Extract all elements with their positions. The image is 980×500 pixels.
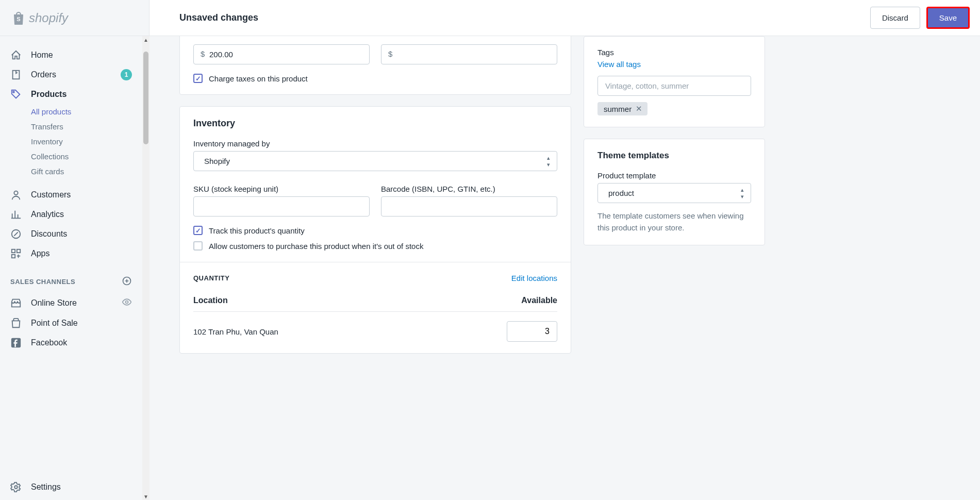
price-input[interactable] bbox=[193, 44, 370, 64]
orders-icon bbox=[10, 69, 22, 80]
allow-oos-checkbox[interactable] bbox=[193, 241, 203, 251]
barcode-input[interactable] bbox=[381, 196, 557, 216]
eye-icon[interactable] bbox=[122, 297, 132, 309]
svg-rect-7 bbox=[12, 255, 15, 258]
nav-home[interactable]: Home bbox=[0, 45, 142, 65]
template-helper-text: The template customers see when viewing … bbox=[597, 210, 751, 234]
allow-oos-label: Allow customers to purchase this product… bbox=[209, 242, 423, 251]
tag-remove-icon[interactable]: ✕ bbox=[636, 104, 642, 113]
inventory-title: Inventory bbox=[193, 118, 557, 129]
nav-customers[interactable]: Customers bbox=[0, 185, 142, 205]
save-button[interactable]: Save bbox=[926, 7, 970, 29]
location-value: 102 Tran Phu, Van Quan bbox=[193, 327, 278, 336]
svg-text:S: S bbox=[16, 16, 20, 22]
nav-label: Home bbox=[31, 51, 53, 60]
shopify-logo[interactable]: S shopify bbox=[0, 0, 150, 36]
charge-taxes-label: Charge taxes on this product bbox=[209, 74, 308, 83]
sku-label: SKU (stock keeping unit) bbox=[193, 185, 370, 193]
sales-channels-header: SALES CHANNELS bbox=[0, 263, 142, 293]
nav-orders[interactable]: Orders 1 bbox=[0, 65, 142, 85]
nav-label: Discounts bbox=[31, 229, 67, 239]
track-quantity-label: Track this product's quantity bbox=[209, 226, 305, 235]
svg-point-3 bbox=[14, 191, 18, 195]
inventory-managed-select[interactable] bbox=[193, 151, 557, 171]
orders-badge: 1 bbox=[121, 69, 132, 80]
unsaved-changes-label: Unsaved changes bbox=[179, 12, 258, 23]
barcode-label: Barcode (ISBN, UPC, GTIN, etc.) bbox=[381, 185, 557, 193]
nav-discounts[interactable]: Discounts bbox=[0, 224, 142, 244]
view-all-tags-link[interactable]: View all tags bbox=[597, 60, 641, 69]
sidebar-scrollbar[interactable]: ▲ ▼ bbox=[142, 36, 150, 386]
currency-symbol: $ bbox=[201, 49, 205, 58]
nav-label: Online Store bbox=[31, 298, 77, 308]
col-available: Available bbox=[521, 296, 557, 305]
nav-transfers[interactable]: Transfers bbox=[0, 119, 142, 134]
nav-label: Customers bbox=[31, 190, 71, 199]
nav-online-store[interactable]: Online Store bbox=[0, 293, 142, 313]
nav-inventory[interactable]: Inventory bbox=[0, 134, 142, 149]
nav-label: Analytics bbox=[31, 210, 64, 219]
nav-label: Orders bbox=[31, 70, 56, 79]
scroll-up-icon[interactable]: ▲ bbox=[142, 36, 150, 43]
charge-taxes-checkbox[interactable] bbox=[193, 74, 203, 83]
tags-title: Tags bbox=[597, 48, 751, 57]
nav-analytics[interactable]: Analytics bbox=[0, 205, 142, 224]
nav-apps[interactable]: Apps bbox=[0, 244, 142, 263]
col-location: Location bbox=[193, 296, 228, 305]
nav-gift-cards[interactable]: Gift cards bbox=[0, 164, 142, 179]
theme-templates-title: Theme templates bbox=[597, 151, 751, 161]
nav-all-products[interactable]: All products bbox=[0, 104, 142, 119]
nav-products[interactable]: Products bbox=[0, 85, 142, 104]
store-icon bbox=[10, 297, 22, 309]
quantity-title: QUANTITY bbox=[193, 274, 229, 282]
nav-label: Products bbox=[31, 90, 67, 99]
compare-price-input[interactable] bbox=[381, 44, 557, 64]
svg-rect-5 bbox=[12, 249, 15, 253]
shopify-bag-icon: S bbox=[12, 11, 25, 25]
tag-label: summer bbox=[604, 105, 632, 113]
edit-locations-link[interactable]: Edit locations bbox=[511, 274, 557, 282]
nav-facebook[interactable]: Facebook bbox=[0, 333, 142, 353]
pos-icon bbox=[10, 318, 22, 329]
sidebar: Home Orders 1 Products All products Tran… bbox=[0, 36, 142, 386]
discard-button[interactable]: Discard bbox=[870, 7, 920, 29]
nav-label: Facebook bbox=[31, 338, 67, 347]
scroll-thumb[interactable] bbox=[143, 52, 148, 144]
nav-label: Apps bbox=[31, 249, 49, 258]
product-template-select[interactable] bbox=[597, 183, 751, 203]
nav-collections[interactable]: Collections bbox=[0, 149, 142, 164]
svg-point-2 bbox=[13, 91, 14, 93]
currency-symbol: $ bbox=[388, 49, 392, 58]
add-channel-icon[interactable] bbox=[122, 276, 132, 288]
svg-rect-6 bbox=[17, 249, 20, 253]
home-icon bbox=[10, 49, 22, 61]
nav-label: Point of Sale bbox=[31, 319, 78, 328]
sku-input[interactable] bbox=[193, 196, 370, 216]
product-template-label: Product template bbox=[597, 171, 751, 180]
shopify-logo-text: shopify bbox=[29, 11, 68, 25]
inventory-managed-label: Inventory managed by bbox=[193, 139, 557, 148]
facebook-icon bbox=[10, 337, 22, 348]
table-row: 102 Tran Phu, Van Quan bbox=[193, 321, 557, 342]
available-input[interactable] bbox=[507, 321, 557, 342]
svg-point-9 bbox=[126, 301, 128, 304]
tag-chip: summer ✕ bbox=[597, 102, 647, 115]
tags-input[interactable] bbox=[597, 76, 751, 96]
discount-icon bbox=[10, 228, 22, 240]
nav-point-of-sale[interactable]: Point of Sale bbox=[0, 313, 142, 333]
apps-icon bbox=[10, 248, 22, 259]
user-icon bbox=[10, 189, 22, 201]
track-quantity-checkbox[interactable] bbox=[193, 226, 203, 235]
tag-icon bbox=[10, 89, 22, 100]
chart-icon bbox=[10, 209, 22, 220]
